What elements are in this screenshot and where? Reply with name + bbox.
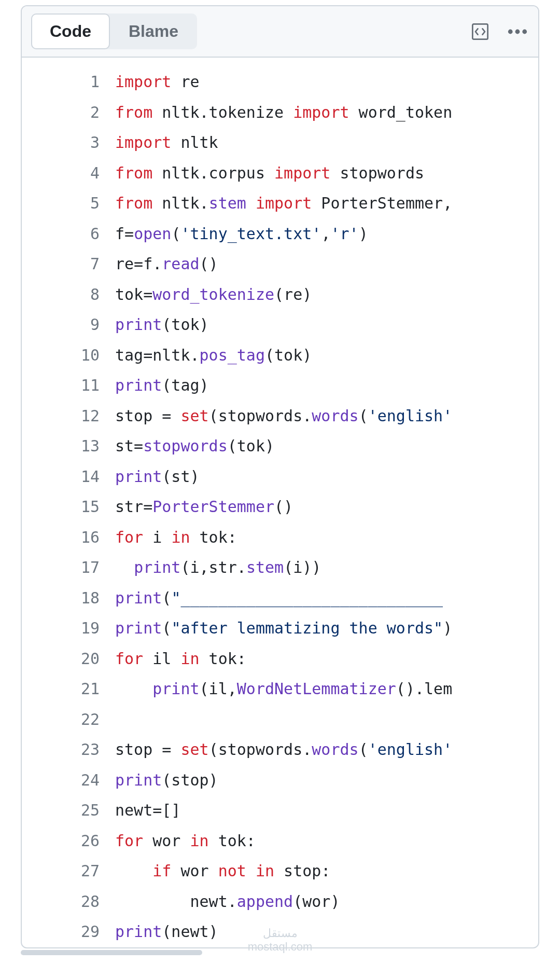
code-line[interactable]: print("after lemmatizing the words") xyxy=(115,613,538,644)
code-line[interactable]: print("____________________________ xyxy=(115,583,538,614)
line-number: 17 xyxy=(22,553,100,583)
tab-blame[interactable]: Blame xyxy=(110,13,197,49)
line-number: 2 xyxy=(22,98,100,128)
line-number: 27 xyxy=(22,856,100,887)
code-line[interactable]: import re xyxy=(115,67,538,98)
line-number: 9 xyxy=(22,310,100,340)
watermark-top: مستقل xyxy=(248,927,313,940)
svg-point-1 xyxy=(508,29,513,34)
code-line[interactable]: from nltk.tokenize import word_token xyxy=(115,98,538,128)
watermark: مستقل mostaql.com xyxy=(248,927,313,954)
line-number: 13 xyxy=(22,431,100,462)
toolbar-right xyxy=(469,20,529,43)
code-line[interactable]: from nltk.stem import PorterStemmer, xyxy=(115,188,538,219)
scrollbar-thumb[interactable] xyxy=(21,950,202,955)
tab-code[interactable]: Code xyxy=(31,13,110,49)
line-number: 11 xyxy=(22,370,100,401)
code-line[interactable]: print(il,WordNetLemmatizer().lem xyxy=(115,674,538,705)
line-number-gutter: 1234567891011121314151617181920212223242… xyxy=(22,67,115,947)
line-number: 1 xyxy=(22,67,100,98)
line-number: 18 xyxy=(22,583,100,614)
line-number: 6 xyxy=(22,219,100,250)
svg-point-3 xyxy=(522,29,527,34)
svg-point-2 xyxy=(515,29,520,34)
code-line[interactable]: for il in tok: xyxy=(115,644,538,674)
line-number: 3 xyxy=(22,128,100,158)
toolbar: Code Blame xyxy=(22,6,538,58)
line-number: 16 xyxy=(22,522,100,553)
line-number: 12 xyxy=(22,401,100,432)
code-line[interactable]: print(newt) xyxy=(115,917,538,947)
code-line[interactable]: newt=[] xyxy=(115,795,538,826)
line-number: 26 xyxy=(22,826,100,857)
code-line[interactable] xyxy=(115,705,538,735)
code-content[interactable]: import refrom nltk.tokenize import word_… xyxy=(115,67,538,947)
code-viewer-panel: Code Blame 12345678910111213141516171819… xyxy=(21,5,539,948)
code-line[interactable]: for wor in tok: xyxy=(115,826,538,857)
line-number: 4 xyxy=(22,158,100,189)
code-symbols-icon[interactable] xyxy=(469,20,492,43)
line-number: 10 xyxy=(22,340,100,371)
more-options-icon[interactable] xyxy=(506,20,529,43)
code-line[interactable]: from nltk.corpus import stopwords xyxy=(115,158,538,189)
code-line[interactable]: tag=nltk.pos_tag(tok) xyxy=(115,340,538,371)
line-number: 8 xyxy=(22,280,100,310)
line-number: 5 xyxy=(22,188,100,219)
line-number: 15 xyxy=(22,492,100,522)
line-number: 23 xyxy=(22,735,100,765)
line-number: 24 xyxy=(22,765,100,796)
code-line[interactable]: print(tag) xyxy=(115,370,538,401)
line-number: 19 xyxy=(22,613,100,644)
code-line[interactable]: str=PorterStemmer() xyxy=(115,492,538,522)
code-line[interactable]: tok=word_tokenize(re) xyxy=(115,280,538,310)
code-line[interactable]: stop = set(stopwords.words('english' xyxy=(115,401,538,432)
line-number: 20 xyxy=(22,644,100,674)
code-line[interactable]: f=open('tiny_text.txt','r') xyxy=(115,219,538,250)
code-line[interactable]: print(st) xyxy=(115,462,538,492)
code-area[interactable]: 1234567891011121314151617181920212223242… xyxy=(22,58,538,947)
code-line[interactable]: re=f.read() xyxy=(115,249,538,280)
code-line[interactable]: print(tok) xyxy=(115,310,538,340)
line-number: 7 xyxy=(22,249,100,280)
code-line[interactable]: st=stopwords(tok) xyxy=(115,431,538,462)
line-number: 28 xyxy=(22,887,100,917)
line-number: 21 xyxy=(22,674,100,705)
code-line[interactable]: if wor not in stop: xyxy=(115,856,538,887)
watermark-bottom: mostaql.com xyxy=(248,940,313,954)
code-line[interactable]: print(stop) xyxy=(115,765,538,796)
line-number: 25 xyxy=(22,795,100,826)
code-line[interactable]: for i in tok: xyxy=(115,522,538,553)
code-line[interactable]: stop = set(stopwords.words('english' xyxy=(115,735,538,765)
code-line[interactable]: import nltk xyxy=(115,128,538,158)
line-number: 14 xyxy=(22,462,100,492)
line-number: 29 xyxy=(22,917,100,947)
tab-group: Code Blame xyxy=(31,13,197,49)
code-line[interactable]: newt.append(wor) xyxy=(115,887,538,917)
line-number: 22 xyxy=(22,705,100,735)
code-line[interactable]: print(i,str.stem(i)) xyxy=(115,553,538,583)
